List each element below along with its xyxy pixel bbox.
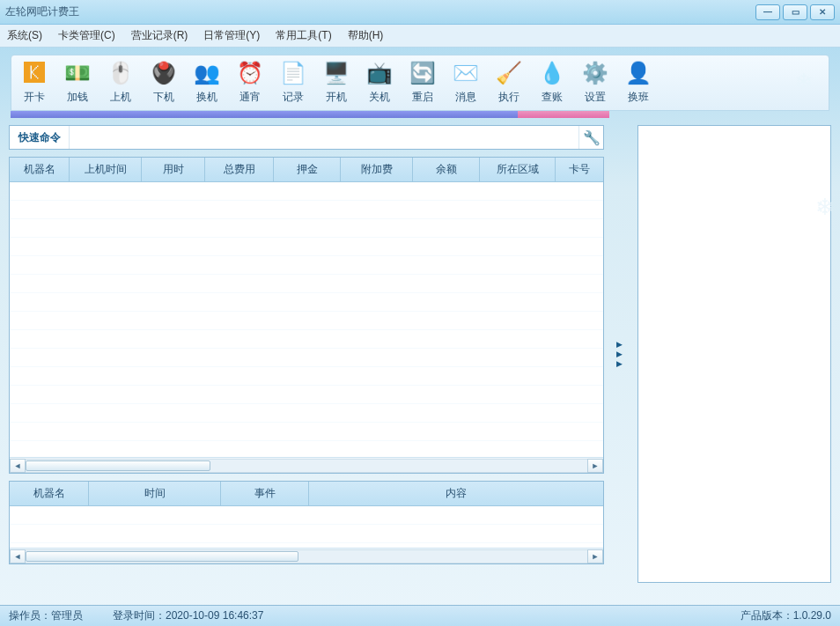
toolbar-power-off[interactable]: 📺关机 bbox=[358, 59, 400, 108]
col-deposit[interactable]: 押金 bbox=[274, 158, 341, 181]
toolbar-login[interactable]: 🖱️上机 bbox=[99, 59, 141, 108]
chevron-right-icon: ▶ bbox=[616, 350, 625, 358]
machines-grid-header: 机器名 上机时间 用时 总费用 押金 附加费 余额 所在区域 卡号 bbox=[10, 158, 603, 182]
power-off-icon: 📺 bbox=[365, 59, 394, 87]
maximize-button[interactable]: ▭ bbox=[783, 4, 807, 20]
status-version: 产品版本：1.0.29.0 bbox=[741, 608, 831, 623]
machines-hscroll: ◄ ► bbox=[10, 457, 603, 473]
window-title: 左轮网吧计费王 bbox=[5, 4, 753, 19]
scroll-left-button[interactable]: ◄ bbox=[10, 459, 26, 473]
toolbar-power-on[interactable]: 🖥️开机 bbox=[315, 59, 357, 108]
toolbar-message[interactable]: ✉️消息 bbox=[445, 59, 486, 108]
toolbar-overnight[interactable]: ⏰通宵 bbox=[229, 59, 270, 108]
scroll-left-button[interactable]: ◄ bbox=[10, 549, 26, 563]
toolbar-restart[interactable]: 🔄重启 bbox=[402, 59, 443, 108]
status-bar: 操作员：管理员 登录时间：2020-10-09 16:46:37 产品版本：1.… bbox=[0, 605, 840, 626]
quick-command-label: 快速命令 bbox=[10, 126, 70, 149]
menu-biz[interactable]: 营业记录(R) bbox=[131, 28, 188, 43]
logout-icon: 🖲️ bbox=[150, 59, 178, 87]
events-grid: 机器名 时间 事件 内容 ◄ ► bbox=[10, 482, 603, 563]
col2-machine-name[interactable]: 机器名 bbox=[10, 482, 89, 505]
overnight-icon: ⏰ bbox=[236, 59, 264, 87]
toolbar-settings[interactable]: ⚙️设置 bbox=[574, 59, 615, 108]
toolbar-shift[interactable]: 👤换班 bbox=[617, 59, 659, 108]
col-card-no[interactable]: 卡号 bbox=[556, 158, 603, 181]
toolbar-audit[interactable]: 💧查账 bbox=[531, 59, 572, 108]
right-column bbox=[637, 125, 831, 583]
events-grid-header: 机器名 时间 事件 内容 bbox=[10, 482, 603, 506]
toolbar-records[interactable]: 📄记录 bbox=[272, 59, 313, 108]
toolbar-add-money[interactable]: 💵加钱 bbox=[56, 59, 98, 108]
toolbar-label: 加钱 bbox=[67, 90, 88, 105]
col-duration[interactable]: 用时 bbox=[142, 158, 205, 181]
quick-command-button[interactable]: 🔧 bbox=[578, 126, 603, 149]
toolbar-label: 查账 bbox=[542, 90, 563, 105]
add-money-icon: 💵 bbox=[63, 59, 92, 87]
side-expander[interactable]: ▶ ▶ ▶ bbox=[616, 340, 625, 368]
toolbar-execute[interactable]: 🧹执行 bbox=[488, 59, 529, 108]
status-login-time: 登录时间：2020-10-09 16:46:37 bbox=[113, 608, 263, 623]
col2-event[interactable]: 事件 bbox=[221, 482, 309, 505]
col-area[interactable]: 所在区域 bbox=[480, 158, 556, 181]
title-bar: 左轮网吧计费王 — ▭ ✕ bbox=[0, 0, 840, 25]
toolbar-label: 重启 bbox=[412, 90, 433, 105]
menu-help[interactable]: 帮助(H) bbox=[348, 28, 384, 43]
toolbar-label: 开机 bbox=[326, 90, 347, 105]
toolbar-label: 换班 bbox=[628, 90, 649, 105]
scroll-right-button[interactable]: ► bbox=[587, 549, 603, 563]
shift-icon: 👤 bbox=[624, 59, 652, 87]
toolbar-label: 开卡 bbox=[24, 90, 45, 105]
col-extra-fee[interactable]: 附加费 bbox=[341, 158, 413, 181]
col-total-fee[interactable]: 总费用 bbox=[205, 158, 274, 181]
menu-card[interactable]: 卡类管理(C) bbox=[58, 28, 115, 43]
menu-daily[interactable]: 日常管理(Y) bbox=[203, 28, 260, 43]
events-hscroll: ◄ ► bbox=[10, 548, 603, 563]
settings-icon: ⚙️ bbox=[581, 59, 609, 87]
minimize-button[interactable]: — bbox=[755, 4, 780, 20]
status-operator: 操作员：管理员 bbox=[9, 608, 83, 623]
toolbar-label: 换机 bbox=[196, 90, 217, 105]
content-area: 快速命令 🔧 机器名 上机时间 用时 总费用 押金 附加费 余额 所在区域 卡号 bbox=[0, 118, 840, 583]
scroll-right-button[interactable]: ► bbox=[587, 459, 603, 473]
login-icon: 🖱️ bbox=[107, 59, 135, 87]
col-balance[interactable]: 余额 bbox=[413, 158, 480, 181]
scroll-thumb[interactable] bbox=[26, 460, 210, 471]
scroll-track[interactable] bbox=[26, 549, 587, 563]
events-grid-body[interactable] bbox=[10, 506, 603, 548]
toolbar-open-card[interactable]: 🅺开卡 bbox=[13, 59, 55, 108]
toolbar-label: 执行 bbox=[498, 90, 519, 105]
quick-command-input[interactable] bbox=[70, 126, 578, 149]
scroll-thumb[interactable] bbox=[26, 551, 298, 562]
version-label: 产品版本： bbox=[741, 609, 793, 622]
close-button[interactable]: ✕ bbox=[810, 4, 835, 20]
col2-content[interactable]: 内容 bbox=[309, 482, 603, 505]
menu-tools[interactable]: 常用工具(T) bbox=[276, 28, 331, 43]
toolbar-swap[interactable]: 👥换机 bbox=[186, 59, 227, 108]
login-time-label: 登录时间： bbox=[113, 609, 166, 622]
toolbar-label: 上机 bbox=[110, 90, 131, 105]
quick-command-row: 快速命令 🔧 bbox=[9, 125, 604, 150]
operator-label: 操作员： bbox=[9, 609, 51, 622]
restart-icon: 🔄 bbox=[409, 59, 437, 87]
toolbar-logout[interactable]: 🖲️下机 bbox=[143, 59, 184, 108]
col-machine-name[interactable]: 机器名 bbox=[10, 158, 70, 181]
toolbar-container: 🅺开卡💵加钱🖱️上机🖲️下机👥换机⏰通宵📄记录🖥️开机📺关机🔄重启✉️消息🧹执行… bbox=[0, 48, 840, 118]
machines-grid-body[interactable] bbox=[10, 182, 603, 457]
toolbar-accent bbox=[11, 111, 829, 118]
toolbar: 🅺开卡💵加钱🖱️上机🖲️下机👥换机⏰通宵📄记录🖥️开机📺关机🔄重启✉️消息🧹执行… bbox=[11, 55, 829, 111]
scroll-track[interactable] bbox=[26, 459, 587, 473]
col2-time[interactable]: 时间 bbox=[89, 482, 221, 505]
power-on-icon: 🖥️ bbox=[322, 59, 350, 87]
toolbar-label: 下机 bbox=[153, 90, 174, 105]
left-column: 快速命令 🔧 机器名 上机时间 用时 总费用 押金 附加费 余额 所在区域 卡号 bbox=[9, 125, 604, 583]
side-panel bbox=[637, 125, 831, 583]
search-icon: 🔧 bbox=[583, 129, 601, 146]
chevron-right-icon: ▶ bbox=[616, 359, 625, 368]
col-login-time[interactable]: 上机时间 bbox=[70, 158, 142, 181]
open-card-icon: 🅺 bbox=[20, 59, 48, 87]
toolbar-label: 消息 bbox=[455, 90, 476, 105]
menu-system[interactable]: 系统(S) bbox=[7, 28, 42, 43]
machines-panel: 机器名 上机时间 用时 总费用 押金 附加费 余额 所在区域 卡号 ◄ ► bbox=[9, 157, 604, 474]
message-icon: ✉️ bbox=[452, 59, 480, 87]
machines-grid: 机器名 上机时间 用时 总费用 押金 附加费 余额 所在区域 卡号 ◄ ► bbox=[10, 158, 603, 473]
